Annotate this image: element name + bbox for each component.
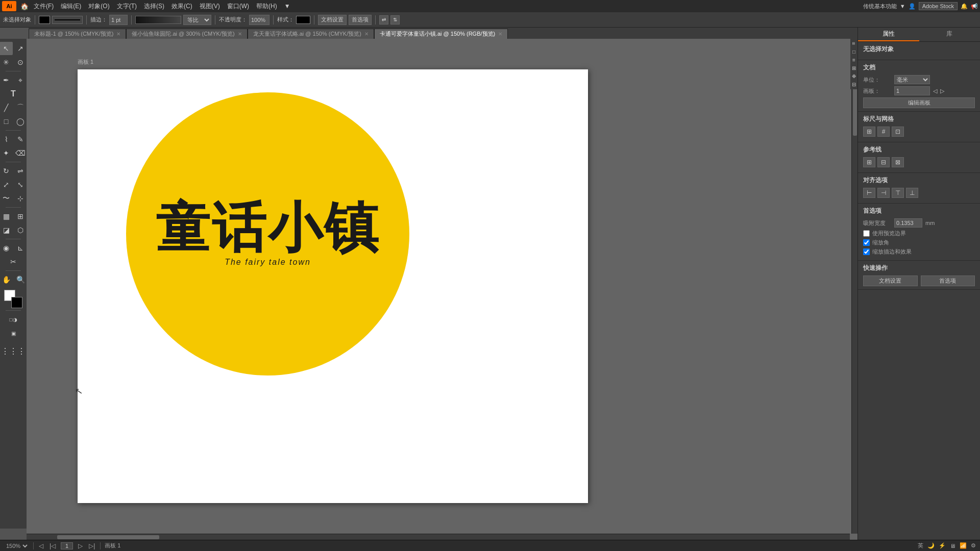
h-scroll-thumb[interactable] <box>57 535 159 539</box>
guide-icon-2[interactable]: ⊟ <box>877 157 890 167</box>
style-swatch[interactable] <box>296 16 310 24</box>
preview-border-checkbox[interactable] <box>863 230 870 237</box>
menu-edit[interactable]: 编辑(E) <box>58 1 84 12</box>
reshape-tool[interactable]: ⤡ <box>14 178 27 191</box>
unit-select[interactable]: 毫米 <box>894 75 930 84</box>
doc-settings-btn[interactable]: 文档设置 <box>318 15 347 25</box>
color-swatches[interactable] <box>4 290 22 308</box>
eyedropper-tool[interactable]: ◉ <box>0 241 13 255</box>
tab-4-close[interactable]: ✕ <box>498 31 502 37</box>
properties-icon[interactable]: ⊞ <box>852 65 856 71</box>
background-color[interactable] <box>11 297 22 308</box>
menu-select[interactable]: 选择(S) <box>141 1 167 12</box>
direct-selection-tool[interactable]: ↗ <box>14 42 27 55</box>
grid-icon[interactable]: # <box>877 127 890 137</box>
zoom-tool[interactable]: 🔍 <box>14 273 27 286</box>
more-tools-btn[interactable]: ⋮⋮⋮ <box>7 344 20 358</box>
line-tool[interactable]: ╱ <box>0 101 13 114</box>
guide-icon-1[interactable]: ⊞ <box>863 157 875 167</box>
top-right-icon1[interactable]: 🔔 <box>961 3 968 10</box>
menu-extra[interactable]: ▼ <box>281 2 293 11</box>
next-canvas-btn[interactable]: ▷ <box>940 88 944 94</box>
gradient-tool[interactable]: ◪ <box>0 223 13 237</box>
workspace-dropdown-icon[interactable]: ▼ <box>900 3 905 9</box>
tab-1[interactable]: 未标题-1 @ 150% (CMYK/预览) ✕ <box>29 29 126 39</box>
text-tool[interactable]: T <box>7 87 20 101</box>
measure-tool[interactable]: ⊾ <box>14 241 27 255</box>
eraser-tool[interactable]: ⌫ <box>14 146 27 160</box>
lasso-tool[interactable]: ⊙ <box>14 56 27 69</box>
ruler-icon[interactable]: ⊞ <box>863 127 875 137</box>
menu-text[interactable]: 文字(T) <box>114 1 140 12</box>
puppet-warp[interactable]: ⊹ <box>14 192 27 205</box>
ellipse-tool[interactable]: ◯ <box>14 115 27 128</box>
magic-wand-tool[interactable]: ✳ <box>0 56 13 69</box>
align-bottom[interactable]: ⊥ <box>906 188 918 198</box>
tab-2-close[interactable]: ✕ <box>238 31 242 37</box>
quick-preferences-btn[interactable]: 首选项 <box>921 276 975 286</box>
layers-icon[interactable]: ≡ <box>851 42 857 45</box>
last-page-btn[interactable]: ▷| <box>88 542 96 549</box>
symbols-icon[interactable]: ❉ <box>852 73 856 79</box>
transform-icon[interactable]: ⇄ <box>379 15 388 24</box>
vertical-scrollbar[interactable] <box>851 39 857 534</box>
scissors-tool[interactable]: ✂ <box>7 255 20 268</box>
opacity-input[interactable] <box>249 15 270 25</box>
fill-mode-btn[interactable]: □◑ <box>7 313 20 326</box>
hand-tool[interactable]: ✋ <box>0 273 13 286</box>
tab-4[interactable]: 卡通可爱字体童话小镇.ai @ 150% (RGB/预览) ✕ <box>374 29 508 39</box>
tab-1-close[interactable]: ✕ <box>116 31 120 37</box>
paintbrush-tool[interactable]: ⌇ <box>0 133 13 146</box>
pencil-tool[interactable]: ✎ <box>14 133 27 146</box>
selection-tool[interactable]: ↖ <box>0 42 13 55</box>
library-tab[interactable]: 库 <box>919 28 981 41</box>
prev-page-btn[interactable]: ◁ <box>38 542 44 549</box>
mesh-tool[interactable]: ⊞ <box>14 210 27 223</box>
rotate-tool[interactable]: ↻ <box>0 164 13 178</box>
menu-object[interactable]: 对象(O) <box>85 1 112 12</box>
menu-window[interactable]: 窗口(W) <box>224 1 252 12</box>
stroke-preview[interactable] <box>52 16 83 24</box>
status-lang[interactable]: 英 <box>918 542 923 549</box>
cc-libraries-icon[interactable]: ≡ <box>852 57 855 63</box>
shaper-tool[interactable]: ✦ <box>0 146 13 160</box>
tab-3[interactable]: 龙天童话字体试略.ai @ 150% (CMYK/预览) ✕ <box>248 29 374 39</box>
zoom-select[interactable]: 150% <box>4 542 29 549</box>
next-page-btn[interactable]: ▷ <box>77 542 84 549</box>
reflect-tool[interactable]: ⇌ <box>14 164 27 178</box>
properties-tab[interactable]: 属性 <box>858 28 919 41</box>
top-right-icon2[interactable]: 📢 <box>971 3 978 10</box>
fill-swatch[interactable] <box>39 16 50 24</box>
tab-2[interactable]: 催小仙鱼味圆陀.ai @ 300% (CMYK/预览) ✕ <box>126 29 247 39</box>
home-icon[interactable]: 🏠 <box>19 1 30 11</box>
blend-tool[interactable]: ⬡ <box>14 223 27 237</box>
align-right[interactable]: ⊣ <box>877 188 890 198</box>
scale-tool[interactable]: ⤢ <box>0 178 13 191</box>
stroke-style-select[interactable]: 等比 <box>183 15 211 25</box>
scale-effect-checkbox[interactable] <box>863 248 870 255</box>
adobe-stock-btn[interactable]: Adobe Stock <box>919 2 958 10</box>
pen-tool[interactable]: ✒ <box>0 73 13 87</box>
menu-view[interactable]: 视图(V) <box>197 1 223 12</box>
first-page-btn[interactable]: |◁ <box>48 542 57 549</box>
arc-tool[interactable]: ⌒ <box>14 101 27 114</box>
rect-tool[interactable]: □ <box>0 115 13 128</box>
snap-icon[interactable]: ⊡ <box>892 127 904 137</box>
prev-canvas-btn[interactable]: ◁ <box>933 88 937 94</box>
artboards-icon[interactable]: □ <box>852 49 855 55</box>
align-left[interactable]: ⊢ <box>863 188 875 198</box>
snap-width-input[interactable] <box>894 218 922 228</box>
horizontal-scrollbar[interactable] <box>27 534 850 540</box>
align-icon[interactable]: ⊟ <box>852 82 856 87</box>
menu-effect[interactable]: 效果(C) <box>168 1 195 12</box>
page-number-input[interactable] <box>61 542 73 549</box>
canvas-input[interactable] <box>894 86 930 95</box>
align-top[interactable]: ⊤ <box>892 188 904 198</box>
menu-file[interactable]: 文件(F) <box>31 1 57 12</box>
first-option-btn[interactable]: 首选项 <box>349 15 372 25</box>
warp-tool[interactable]: 〜 <box>0 192 13 205</box>
stroke-input[interactable] <box>109 15 128 25</box>
menu-help[interactable]: 帮助(H) <box>253 1 280 12</box>
status-settings[interactable]: ⚙ <box>971 542 976 549</box>
edit-canvas-btn[interactable]: 编辑画板 <box>863 97 975 108</box>
